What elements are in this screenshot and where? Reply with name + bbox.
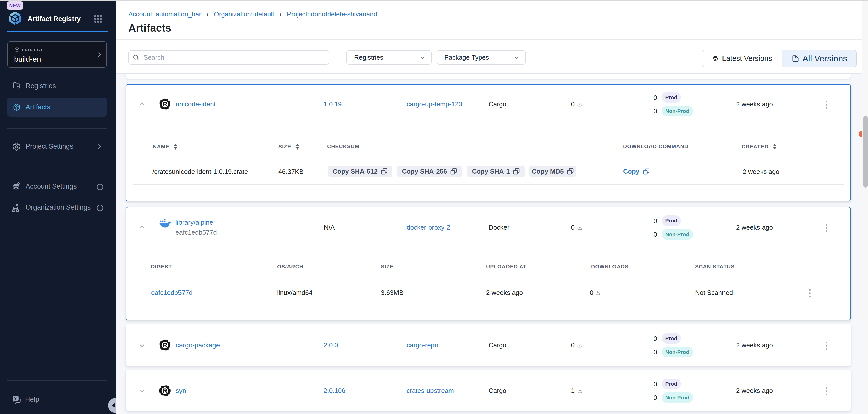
svg-text:?: ? [14,396,17,401]
